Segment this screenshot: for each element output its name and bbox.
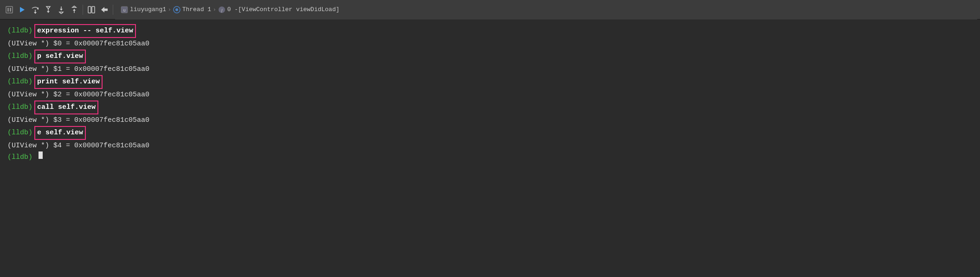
step-over-button[interactable] — [29, 3, 42, 16]
terminal-output[interactable]: (lldb) expression -- self.view (UIView *… — [0, 19, 980, 277]
svg-marker-12 — [59, 12, 63, 14]
output-2: (UIView *) $1 = 0x00007fec81c05aa0 — [7, 63, 149, 76]
cursor — [39, 151, 43, 159]
output-1: (UIView *) $0 = 0x00007fec81c05aa0 — [7, 38, 149, 50]
line-11: (lldb) — [7, 151, 973, 164]
command-5: e self.view — [34, 126, 86, 140]
line-4: (UIView *) $1 = 0x00007fec81c05aa0 — [7, 63, 973, 76]
prompt-2: (lldb) — [7, 50, 32, 63]
svg-marker-18 — [101, 7, 108, 13]
pause-button[interactable] — [3, 3, 16, 16]
svg-rect-2 — [10, 8, 11, 12]
location-button[interactable] — [98, 3, 111, 16]
prompt-1: (lldb) — [7, 25, 32, 37]
breadcrumb-thread: Thread 1 — [173, 6, 211, 13]
breadcrumb: u liuyugang1 › Thread 1 › f 0 -[ViewCont… — [115, 0, 977, 19]
step-out-down-button[interactable] — [55, 3, 68, 16]
line-2: (UIView *) $0 = 0x00007fec81c05aa0 — [7, 38, 973, 50]
line-8: (UIView *) $3 = 0x00007fec81c05aa0 — [7, 114, 973, 126]
line-7: (lldb) call self.view — [7, 101, 973, 114]
step-out-button[interactable] — [68, 3, 81, 16]
prompt-6: (lldb) — [7, 151, 37, 164]
divider-2 — [113, 5, 113, 15]
output-3: (UIView *) $2 = 0x00007fec81c05aa0 — [7, 89, 149, 101]
svg-rect-16 — [88, 6, 91, 13]
breadcrumb-chevron-2: › — [213, 7, 216, 13]
line-10: (UIView *) $4 = 0x00007fec81c05aa0 — [7, 140, 973, 152]
prompt-3: (lldb) — [7, 76, 32, 88]
line-9: (lldb) e self.view — [7, 126, 973, 140]
svg-marker-7 — [46, 6, 50, 9]
output-4: (UIView *) $3 = 0x00007fec81c05aa0 — [7, 114, 149, 126]
continue-button[interactable] — [16, 3, 29, 16]
svg-marker-15 — [72, 6, 76, 7]
breadcrumb-user: u liuyugang1 — [121, 6, 166, 13]
svg-marker-14 — [73, 9, 76, 11]
line-1: (lldb) expression -- self.view — [7, 24, 973, 38]
user-name: liuyugang1 — [130, 6, 166, 13]
svg-rect-0 — [6, 6, 13, 13]
command-1: expression -- self.view — [34, 24, 136, 38]
breadcrumb-frame: f 0 -[ViewController viewDidLoad] — [218, 6, 340, 13]
divider-1 — [83, 5, 83, 15]
breadcrumb-chevron-1: › — [168, 7, 171, 13]
command-4: call self.view — [34, 101, 98, 114]
frame-icon: f — [218, 6, 226, 13]
prompt-5: (lldb) — [7, 127, 32, 139]
line-5: (lldb) print self.view — [7, 75, 973, 89]
thread-label: Thread 1 — [182, 6, 211, 13]
frame-label: 0 -[ViewController viewDidLoad] — [227, 6, 340, 13]
svg-rect-17 — [92, 6, 95, 13]
step-into-button[interactable] — [42, 3, 55, 16]
thread-icon — [173, 6, 181, 13]
svg-point-22 — [175, 8, 178, 11]
svg-marker-6 — [34, 12, 37, 14]
line-6: (UIView *) $2 = 0x00007fec81c05aa0 — [7, 89, 973, 101]
command-3: print self.view — [34, 75, 103, 89]
svg-text:u: u — [123, 8, 125, 13]
svg-marker-9 — [47, 11, 50, 13]
toolbar: u liuyugang1 › Thread 1 › f 0 -[ViewCont… — [0, 0, 980, 19]
svg-rect-1 — [7, 8, 9, 12]
svg-marker-11 — [60, 9, 63, 11]
output-5: (UIView *) $4 = 0x00007fec81c05aa0 — [7, 140, 149, 152]
prompt-4: (lldb) — [7, 101, 32, 113]
command-2: p self.view — [34, 50, 86, 63]
view-toggle-button[interactable] — [85, 3, 98, 16]
line-3: (lldb) p self.view — [7, 50, 973, 63]
user-icon: u — [121, 6, 128, 13]
svg-marker-3 — [20, 7, 25, 13]
